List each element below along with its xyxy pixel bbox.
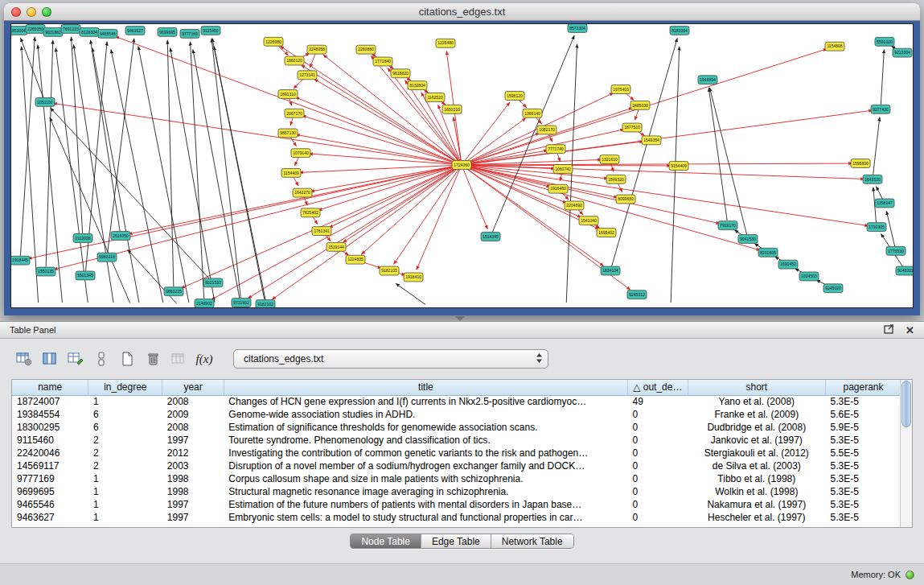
graph-edge-red[interactable] [318, 167, 458, 211]
graph-node[interactable]: 9699695 [158, 27, 177, 36]
table-cell[interactable]: 0 [628, 459, 688, 472]
graph-node[interactable]: 1154409 [281, 168, 301, 177]
graph-edge-red[interactable] [28, 166, 457, 258]
graph-node[interactable]: 9115460 [201, 26, 220, 35]
graph-node[interactable]: 2485030 [630, 101, 650, 109]
graph-node[interactable]: 1916460 [548, 184, 568, 193]
table-cell[interactable]: Dudbridge et al. (2008) [688, 421, 825, 434]
graph-node[interactable]: 7771740 [546, 145, 565, 154]
graph-node[interactable]: 1596120 [505, 92, 524, 101]
graph-node[interactable]: 1366140 [523, 109, 542, 117]
graph-node[interactable]: 5501345 [76, 271, 95, 280]
graph-edge-black[interactable] [214, 46, 266, 303]
graph-edge-black[interactable] [167, 40, 174, 287]
graph-edge-red[interactable] [466, 163, 852, 165]
table-options-icon[interactable] [11, 348, 37, 369]
graph-node[interactable]: 1154808 [825, 42, 844, 51]
graph-node[interactable]: 9857130 [278, 129, 298, 138]
graph-node[interactable]: 1877510 [622, 123, 642, 132]
edit-table-icon[interactable] [63, 348, 88, 369]
graph-edge-red[interactable] [466, 166, 618, 197]
show-columns-icon[interactable] [37, 348, 63, 369]
tab-network-table[interactable]: Network Table [491, 534, 573, 548]
table-cell[interactable]: Investigating the contribution of common… [224, 447, 627, 459]
table-cell[interactable]: 9115460 [12, 434, 88, 447]
table-cell[interactable]: 9777169 [12, 472, 88, 485]
graph-node[interactable]: 1771840 [373, 57, 392, 66]
graph-node[interactable]: 2260880 [356, 45, 376, 54]
tab-node-table[interactable]: Node Table [351, 534, 421, 548]
graph-edge-red[interactable] [466, 165, 864, 179]
graph-node[interactable]: 1650210 [442, 105, 462, 113]
table-cell[interactable]: 18300295 [12, 421, 88, 434]
graph-node[interactable]: 1225480 [436, 39, 455, 47]
graph-node[interactable]: 1918410 [404, 273, 423, 282]
table-cell[interactable]: Stergiakouli et al. (2012) [688, 447, 825, 459]
table-cell[interactable]: Estimation of the future numbers of pati… [224, 498, 627, 511]
table-cell[interactable]: 5.3E-5 [826, 434, 901, 447]
table-cell[interactable]: 1997 [162, 511, 224, 524]
table-cell[interactable]: 5.5E-5 [826, 447, 901, 459]
graph-node[interactable]: 1224835 [346, 255, 365, 264]
graph-node[interactable]: 1024503 [799, 272, 819, 281]
table-cell[interactable]: 2 [88, 447, 162, 459]
delete-table-icon[interactable] [140, 348, 166, 369]
table-cell[interactable]: 6 [88, 421, 162, 434]
graph-node[interactable]: 9463627 [125, 26, 145, 35]
table-cell[interactable]: 0 [628, 498, 688, 511]
graph-edge-red[interactable] [466, 133, 540, 163]
graph-edge-red[interactable] [466, 110, 873, 164]
graph-node[interactable]: 2051100 [35, 97, 55, 106]
graph-node[interactable]: 5591020 [875, 37, 894, 46]
graph-node[interactable]: 1834104 [601, 266, 620, 275]
table-cell[interactable]: Structural magnetic resonance image aver… [224, 485, 627, 498]
table-cell[interactable]: 2012 [162, 447, 224, 459]
table-cell[interactable]: 1 [88, 485, 162, 498]
table-cell[interactable]: 2008 [162, 395, 224, 408]
table-cell[interactable]: 6 [88, 408, 162, 421]
graph-node[interactable]: 1891310 [278, 90, 298, 99]
graph-edge-red[interactable] [329, 167, 458, 228]
table-row[interactable]: 1830029562008Estimation of significance … [12, 421, 901, 434]
table-cell[interactable]: 5.9E-5 [826, 421, 901, 434]
graph-node[interactable]: 2204690 [565, 201, 584, 210]
graph-edge-red[interactable] [313, 216, 318, 224]
graph-node[interactable]: 9031882 [43, 27, 63, 36]
graph-node[interactable]: 2112008 [73, 234, 92, 243]
table-cell[interactable]: 2003 [162, 459, 224, 472]
graph-edge-black[interactable] [108, 39, 134, 253]
graph-node[interactable]: 9245012 [627, 290, 647, 299]
table-cell[interactable]: 0 [628, 447, 688, 459]
graph-node[interactable]: 8021533 [203, 278, 223, 287]
graph-edge-red[interactable] [290, 117, 293, 126]
table-cell[interactable]: 2 [88, 459, 162, 472]
table-cell[interactable]: 22420046 [12, 447, 88, 459]
graph-node[interactable]: 1775530 [886, 246, 906, 255]
table-row[interactable]: 1456911722003Disruption of a novel membe… [12, 459, 901, 472]
graph-edge-black[interactable] [873, 117, 880, 175]
graph-edge-red[interactable] [463, 170, 487, 229]
graph-node[interactable]: 9860215 [164, 287, 183, 296]
close-window-button[interactable] [11, 7, 21, 17]
column-header-name[interactable]: name [12, 380, 88, 395]
table-cell[interactable]: Estimation of significance thresholds fo… [224, 421, 627, 434]
graph-edge-red[interactable] [294, 177, 298, 186]
table-row[interactable]: 1938455462009Genome-wide association stu… [12, 408, 901, 421]
table-cell[interactable]: Disruption of a novel member of a sodium… [224, 459, 627, 472]
graph-node[interactable]: 2067170 [285, 109, 304, 117]
table-cell[interactable]: 0 [628, 511, 688, 524]
graph-node[interactable]: 9245020 [823, 284, 843, 293]
table-cell[interactable]: 5.6E-5 [826, 408, 901, 421]
graph-edge-black[interactable] [881, 50, 884, 105]
table-row[interactable]: 946362711997Embryonic stem cells: a mode… [12, 511, 901, 524]
table-cell[interactable]: 1998 [162, 472, 224, 485]
table-cell[interactable]: 14569117 [12, 459, 88, 472]
graph-node[interactable]: 1541040 [579, 216, 598, 225]
table-cell[interactable]: 1 [88, 498, 162, 511]
graph-node[interactable]: 1550135 [36, 267, 55, 276]
graph-node[interactable]: 1944894 [698, 76, 717, 84]
graph-edge-black[interactable] [612, 38, 678, 266]
graph-node[interactable]: 1695402 [597, 229, 616, 237]
table-cell[interactable]: 0 [628, 472, 688, 485]
table-cell[interactable]: 5.3E-5 [826, 485, 901, 498]
